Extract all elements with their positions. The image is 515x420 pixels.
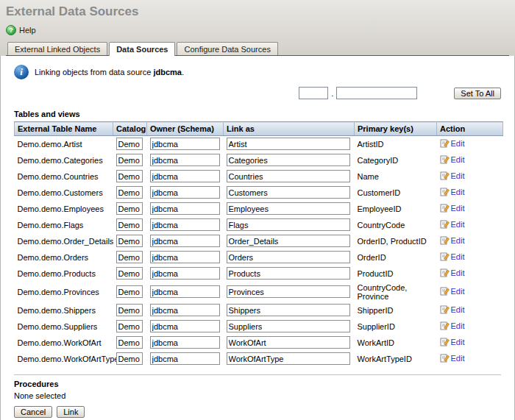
catalog-input[interactable] bbox=[116, 138, 143, 150]
edit-link[interactable]: Edit bbox=[440, 268, 465, 277]
link-as-input[interactable] bbox=[227, 352, 350, 365]
catalog-input[interactable] bbox=[116, 186, 143, 199]
catalog-input[interactable] bbox=[116, 285, 143, 298]
primary-keys-cell: CountryCode, Province bbox=[355, 282, 437, 302]
link-button[interactable]: Link bbox=[57, 406, 85, 418]
edit-icon bbox=[440, 286, 450, 296]
primary-keys-cell: CountryCode bbox=[355, 217, 437, 233]
edit-link[interactable]: Edit bbox=[440, 203, 465, 213]
catalog-input[interactable] bbox=[116, 267, 143, 280]
owner-schema-input[interactable] bbox=[150, 138, 220, 150]
header-link-as: Link as bbox=[224, 122, 355, 136]
edit-link[interactable]: Edit bbox=[440, 305, 465, 314]
link-as-input[interactable] bbox=[227, 138, 350, 150]
external-table-name-cell: Demo.demo.Suppliers bbox=[15, 318, 113, 335]
edit-icon bbox=[440, 235, 450, 245]
catalog-input[interactable] bbox=[116, 202, 143, 215]
owner-schema-input[interactable] bbox=[150, 336, 220, 349]
help-icon: ? bbox=[6, 25, 16, 35]
link-as-input[interactable] bbox=[227, 202, 350, 215]
link-as-input[interactable] bbox=[227, 218, 350, 231]
edit-label: Edit bbox=[451, 354, 465, 363]
external-table-name-cell: Demo.demo.Products bbox=[15, 266, 113, 282]
owner-schema-input[interactable] bbox=[150, 154, 220, 166]
link-as-input[interactable] bbox=[227, 285, 350, 298]
tab-configure-data-sources[interactable]: Configure Data Sources bbox=[177, 42, 277, 55]
catalog-input[interactable] bbox=[116, 251, 143, 263]
info-text-suffix: . bbox=[182, 68, 184, 76]
tables-and-views-heading: Tables and views bbox=[14, 110, 501, 118]
set-to-all-button[interactable]: Set To All bbox=[454, 88, 501, 99]
content-area: i Linking objects from data source jdbcm… bbox=[0, 56, 515, 420]
owner-schema-input[interactable] bbox=[150, 251, 220, 263]
catalog-input[interactable] bbox=[116, 304, 143, 316]
edit-link[interactable]: Edit bbox=[440, 187, 465, 196]
catalog-input[interactable] bbox=[116, 336, 143, 349]
edit-link[interactable]: Edit bbox=[440, 235, 465, 245]
owner-schema-input[interactable] bbox=[150, 186, 220, 199]
catalog-input[interactable] bbox=[116, 218, 143, 231]
link-as-input[interactable] bbox=[227, 267, 350, 280]
table-row: Demo.demo.CustomersCustomerIDEdit bbox=[15, 185, 503, 201]
set-all-owner-input[interactable] bbox=[299, 87, 328, 99]
cancel-button[interactable]: Cancel bbox=[14, 406, 52, 418]
edit-link[interactable]: Edit bbox=[440, 154, 465, 164]
link-as-input[interactable] bbox=[227, 320, 350, 332]
set-all-value-input[interactable] bbox=[336, 87, 417, 99]
edit-label: Edit bbox=[451, 338, 465, 346]
catalog-input[interactable] bbox=[116, 320, 143, 332]
primary-keys-cell: WorkArtID bbox=[355, 335, 437, 351]
edit-label: Edit bbox=[451, 155, 465, 164]
link-as-input[interactable] bbox=[227, 235, 350, 247]
edit-link[interactable]: Edit bbox=[440, 219, 465, 229]
owner-schema-input[interactable] bbox=[150, 352, 220, 365]
edit-link[interactable]: Edit bbox=[440, 337, 465, 346]
edit-link[interactable]: Edit bbox=[440, 171, 465, 180]
help-link[interactable]: ? Help bbox=[6, 25, 50, 35]
table-row: Demo.demo.CountriesNameEdit bbox=[15, 168, 503, 185]
edit-icon bbox=[440, 268, 450, 277]
catalog-input[interactable] bbox=[116, 352, 143, 365]
link-as-input[interactable] bbox=[227, 186, 350, 199]
edit-label: Edit bbox=[451, 268, 465, 277]
catalog-input[interactable] bbox=[116, 235, 143, 247]
primary-keys-cell: ShipperID bbox=[355, 302, 437, 318]
edit-link[interactable]: Edit bbox=[440, 252, 465, 261]
link-as-input[interactable] bbox=[227, 154, 350, 166]
link-as-input[interactable] bbox=[227, 170, 350, 182]
external-table-name-cell: Demo.demo.WorkOfArtType bbox=[15, 351, 113, 367]
owner-schema-input[interactable] bbox=[150, 267, 220, 280]
table-header-row: External Table Name Catalog Owner (Schem… bbox=[15, 122, 503, 136]
owner-schema-input[interactable] bbox=[150, 320, 220, 332]
catalog-input[interactable] bbox=[116, 170, 143, 182]
table-row: Demo.demo.CategoriesCategoryIDEdit bbox=[15, 152, 503, 168]
tab-external-linked-objects[interactable]: External Linked Objects bbox=[7, 42, 107, 55]
edit-link[interactable]: Edit bbox=[440, 353, 465, 363]
owner-schema-input[interactable] bbox=[150, 170, 220, 182]
edit-icon bbox=[440, 171, 450, 180]
edit-icon bbox=[440, 187, 450, 196]
edit-link[interactable]: Edit bbox=[440, 321, 465, 330]
table-row: Demo.demo.SuppliersSupplierIDEdit bbox=[15, 318, 503, 335]
edit-link[interactable]: Edit bbox=[440, 286, 465, 296]
tables-and-views-table: External Table Name Catalog Owner (Schem… bbox=[14, 121, 503, 367]
owner-schema-input[interactable] bbox=[150, 235, 220, 247]
owner-schema-input[interactable] bbox=[150, 304, 220, 316]
edit-label: Edit bbox=[451, 139, 465, 148]
link-as-input[interactable] bbox=[227, 304, 350, 316]
table-row: Demo.demo.OrdersOrderIDEdit bbox=[15, 249, 503, 266]
edit-icon bbox=[440, 252, 450, 261]
owner-schema-input[interactable] bbox=[150, 218, 220, 231]
edit-link[interactable]: Edit bbox=[440, 138, 465, 148]
edit-label: Edit bbox=[451, 171, 465, 180]
owner-schema-input[interactable] bbox=[150, 202, 220, 215]
table-row: Demo.demo.ShippersShipperIDEdit bbox=[15, 302, 503, 318]
help-label: Help bbox=[19, 26, 36, 35]
info-message: i Linking objects from data source jdbcm… bbox=[14, 65, 501, 79]
catalog-input[interactable] bbox=[116, 154, 143, 166]
link-as-input[interactable] bbox=[227, 336, 350, 349]
owner-schema-input[interactable] bbox=[150, 285, 220, 298]
tab-data-sources[interactable]: Data Sources bbox=[109, 42, 175, 56]
link-as-input[interactable] bbox=[227, 251, 350, 263]
table-row: Demo.demo.EmployeesEmployeeIDEdit bbox=[15, 201, 503, 217]
